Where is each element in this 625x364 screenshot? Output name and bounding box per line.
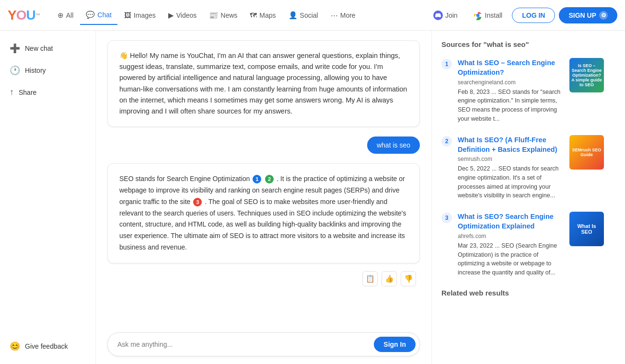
tab-all-label: All — [66, 11, 74, 19]
tab-maps-label: Maps — [259, 11, 276, 19]
history-button[interactable]: 🕐 History — [4, 60, 92, 80]
login-button[interactable]: LOG IN — [512, 8, 555, 23]
source-num-3: 3 — [441, 213, 452, 223]
signup-label: SIGN UP — [568, 11, 596, 19]
sidebar-bottom: 😊 Give feedback — [4, 336, 92, 356]
source-date-2: Dec 5, 2022 — [458, 165, 490, 172]
sources-title: Sources for "what is seo" — [441, 40, 604, 48]
source-date-1: Feb 8, 2023 — [458, 89, 490, 95]
logo-u: U — [26, 8, 35, 23]
source-title-2[interactable]: What Is SEO? (A Fluff-Free Definition + … — [458, 135, 564, 155]
signup-button[interactable]: SIGN UP ⚙ — [559, 7, 617, 23]
tab-social[interactable]: 👤 Social — [283, 6, 324, 25]
user-message-text: what is seo — [377, 141, 410, 149]
source-domain-3: ahrefs.com — [458, 233, 564, 239]
user-bubble: what is seo — [367, 136, 420, 154]
dislike-button[interactable]: 👎 — [401, 271, 416, 286]
tab-maps[interactable]: 🗺 Maps — [244, 6, 281, 25]
source-thumb-2: SEMrush SEO Guide — [569, 135, 604, 170]
tab-more[interactable]: ⋯ More — [325, 6, 361, 25]
action-icons: 📋 👍 👎 — [107, 269, 420, 288]
tab-social-label: Social — [300, 11, 318, 19]
tab-videos-label: Videos — [176, 11, 197, 19]
source-item-3: 3 What is SEO? Search Engine Optimizatio… — [441, 212, 604, 277]
install-label: Install — [485, 11, 503, 19]
source-thumb-1: Is SEO – Search Engine Optimization? A s… — [569, 58, 604, 92]
thumbs-down-icon: 👎 — [404, 274, 413, 283]
history-icon: 🕐 — [10, 65, 20, 76]
more-icon: ⋯ — [331, 11, 338, 20]
svg-point-1 — [476, 13, 479, 17]
tab-more-label: More — [340, 11, 356, 19]
citation-1[interactable]: 1 — [253, 175, 261, 183]
all-icon: ⊕ — [58, 11, 64, 20]
plus-icon: ➕ — [10, 43, 20, 54]
logo-y: Y — [8, 8, 16, 23]
share-icon: ↑ — [10, 87, 14, 97]
chat-messages: 👋 Hello! My name is YouChat, I'm an AI t… — [96, 31, 431, 332]
install-button[interactable]: Install — [467, 8, 509, 23]
source-content-1: What Is SEO – Search Engine Optimization… — [458, 58, 564, 124]
sidebar: ➕ New chat 🕐 History ↑ Share 😊 Give feed… — [0, 31, 96, 364]
related-title: Related web results — [441, 289, 604, 297]
new-chat-button[interactable]: ➕ New chat — [4, 38, 92, 58]
like-button[interactable]: 👍 — [382, 271, 397, 286]
input-area: Sign In — [96, 332, 431, 364]
ai-response-bubble: SEO stands for Search Engine Optimizatio… — [107, 163, 420, 263]
ai-response-part3: . The goal of SEO is to make websites mo… — [119, 198, 406, 251]
source-title-3[interactable]: What is SEO? Search Engine Optimization … — [458, 212, 564, 231]
feedback-label: Give feedback — [25, 342, 68, 350]
feedback-button[interactable]: 😊 Give feedback — [4, 336, 92, 356]
sources-panel: Sources for "what is seo" 1 What Is SEO … — [431, 31, 613, 364]
source-domain-1: searchengineland.com — [458, 79, 564, 86]
share-label: Share — [19, 89, 36, 96]
tab-images-label: Images — [134, 11, 156, 19]
source-content-2: What Is SEO? (A Fluff-Free Definition + … — [458, 135, 564, 201]
tab-images[interactable]: 🖼 Images — [118, 6, 162, 25]
gear-icon: ⚙ — [599, 11, 608, 20]
tab-videos[interactable]: ▶ Videos — [162, 6, 203, 25]
ai-response-part1: SEO stands for Search Engine Optimizatio… — [119, 175, 252, 182]
source-title-1[interactable]: What Is SEO – Search Engine Optimization… — [458, 58, 564, 78]
ai-greeting-bubble: 👋 Hello! My name is YouChat, I'm an AI t… — [107, 40, 420, 127]
new-chat-label: New chat — [25, 45, 53, 52]
videos-icon: ▶ — [168, 11, 174, 20]
logo[interactable]: YOU ™ — [8, 8, 40, 23]
source-date-3: Mar 23, 2022 — [458, 242, 493, 249]
main-layout: ➕ New chat 🕐 History ↑ Share 😊 Give feed… — [0, 31, 625, 364]
input-box: Sign In — [107, 332, 420, 356]
sign-in-button[interactable]: Sign In — [374, 337, 416, 352]
tab-news[interactable]: 📰 News — [203, 6, 243, 25]
source-thumb-3: What Is SEO — [569, 212, 604, 246]
nav-tabs: ⊕ All 💬 Chat 🖼 Images ▶ Videos 📰 News 🗺 … — [52, 6, 424, 25]
source-item-2: 2 What Is SEO? (A Fluff-Free Definition … — [441, 135, 604, 201]
chat-column: 👋 Hello! My name is YouChat, I'm an AI t… — [96, 31, 431, 364]
history-label: History — [25, 67, 46, 74]
thumbs-up-icon: 👍 — [385, 274, 394, 283]
share-button[interactable]: ↑ Share — [4, 82, 92, 102]
source-snippet-2: Dec 5, 2022 ... SEO stands for search en… — [458, 164, 564, 200]
tab-all[interactable]: ⊕ All — [52, 6, 80, 25]
source-num-2: 2 — [441, 136, 452, 147]
news-icon: 📰 — [209, 11, 218, 20]
logo-tm: ™ — [35, 12, 40, 18]
source-snippet-1: Feb 8, 2023 ... SEO stands for "search e… — [458, 88, 564, 124]
chat-input[interactable] — [117, 341, 374, 348]
social-icon: 👤 — [289, 11, 298, 20]
citation-2[interactable]: 2 — [265, 175, 274, 183]
citation-3[interactable]: 3 — [193, 198, 202, 206]
copy-icon: 📋 — [366, 274, 375, 283]
tab-news-label: News — [220, 11, 237, 19]
tab-chat[interactable]: 💬 Chat — [80, 6, 117, 25]
logo-o: O — [16, 8, 26, 23]
source-num-1: 1 — [441, 59, 452, 69]
discord-icon — [433, 11, 443, 20]
images-icon: 🖼 — [124, 11, 131, 19]
source-item-1: 1 What Is SEO – Search Engine Optimizati… — [441, 58, 604, 124]
feedback-icon: 😊 — [10, 341, 20, 352]
join-label: Join — [445, 11, 458, 19]
tab-chat-label: Chat — [97, 11, 112, 19]
user-message-bubble: what is seo — [107, 136, 420, 154]
join-button[interactable]: Join — [428, 8, 463, 23]
copy-button[interactable]: 📋 — [362, 271, 378, 286]
